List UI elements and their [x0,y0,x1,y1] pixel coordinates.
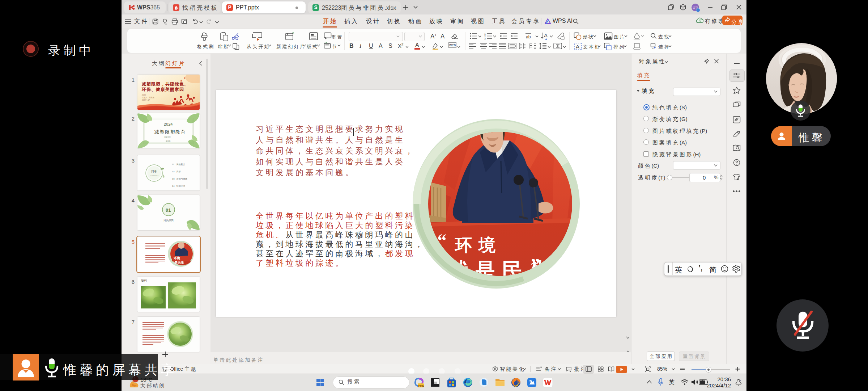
svg-text:减塑限塑，共建绿色、: 减塑限塑，共建绿色、 [141,81,189,87]
svg-text:塑料: 塑料 [141,279,147,282]
svg-text:2024.4.17: 2024.4.17 [142,99,150,101]
svg-text:A: A [544,32,548,38]
svg-text:01: 01 [166,207,171,213]
svg-text:是民生: 是民生 [174,261,184,264]
svg-text:汇报人：某某某: 汇报人：某某某 [142,96,154,99]
svg-text:PRE: PRE [418,384,424,387]
svg-text:某某学校: 某某学校 [164,136,171,138]
svg-text:环境: 环境 [454,235,502,255]
svg-text:目录: 目录 [151,170,157,173]
svg-text:04 特别注明: 04 特别注明 [172,185,185,188]
svg-text:03 所需与措施: 03 所需与措施 [172,177,187,180]
svg-text:环境: 环境 [173,256,180,260]
svg-text:A: A [576,43,579,50]
svg-text:2022: 2022 [142,94,146,96]
svg-text:环保、健康美丽家园: 环保、健康美丽家园 [141,87,184,92]
svg-text:2024: 2024 [164,122,173,126]
svg-text:CONTENTS: CONTENTS [150,175,158,176]
svg-text:02 目标: 02 目标 [172,171,181,173]
svg-text:01 目的意义: 01 目的意义 [172,163,185,166]
svg-text:某某某: 某某某 [166,140,171,142]
svg-text:目的原因: 目的原因 [163,219,174,222]
svg-text:3: 3 [484,37,486,39]
svg-text:z: z [740,379,741,381]
svg-text:减塑限塑教育: 减塑限塑教育 [154,129,186,135]
svg-text:ab: ab [526,34,531,39]
